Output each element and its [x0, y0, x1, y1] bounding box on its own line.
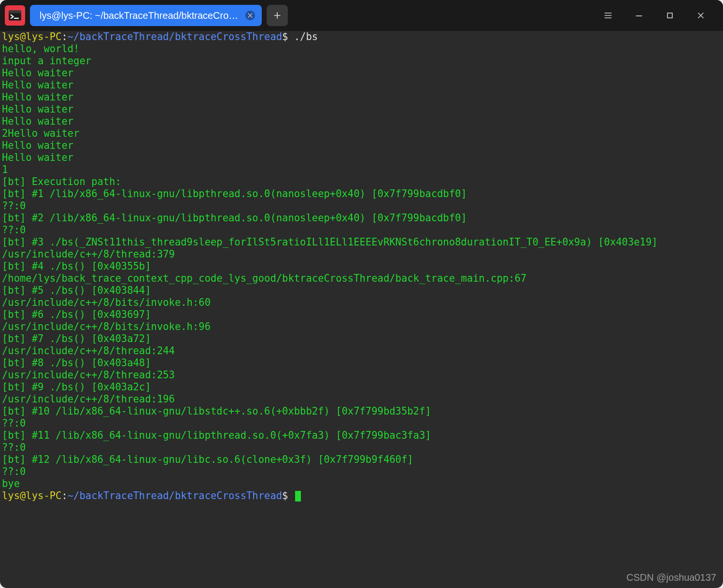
prompt-dollar: $: [282, 490, 288, 502]
menu-button[interactable]: [600, 8, 616, 23]
maximize-button[interactable]: [662, 8, 678, 23]
output-line: [bt] #7 ./bs() [0x403a72]: [2, 333, 721, 345]
close-icon: [248, 13, 253, 18]
output-line: /usr/include/c++/8/thread:379: [2, 248, 721, 260]
app-icon: [5, 5, 25, 26]
output-line: hello, world!: [2, 43, 721, 55]
tab-close-button[interactable]: [245, 11, 255, 20]
svg-rect-11: [667, 13, 672, 18]
output-line: /home/lys/back_trace_context_cpp_code_ly…: [2, 272, 721, 285]
output-line: ??:0: [2, 417, 721, 430]
output-line: [bt] #6 ./bs() [0x403697]: [2, 309, 721, 321]
terminal-body[interactable]: lys@lys-PC:~/backTraceThread/bktraceCros…: [0, 31, 723, 588]
prompt-path: ~/backTraceThread/bktraceCrossThread: [68, 31, 282, 43]
minimize-button[interactable]: [631, 8, 647, 23]
output-line: [bt] #4 ./bs() [0x40355b]: [2, 260, 721, 272]
output-line: Hello waiter: [2, 67, 721, 79]
output-line: [bt] Execution path:: [2, 176, 721, 188]
prompt-colon: :: [61, 31, 67, 43]
close-icon: [696, 11, 706, 20]
output-line: Hello waiter: [2, 103, 721, 115]
output-line: /usr/include/c++/8/thread:196: [2, 393, 721, 405]
output-line: ??:0: [2, 442, 721, 454]
output-line: Hello waiter: [2, 115, 721, 128]
output-line: 2Hello waiter: [2, 128, 721, 140]
tab-title: lys@lys-PC: ~/backTraceThread/bktraceCro…: [40, 10, 241, 21]
maximize-icon: [665, 11, 675, 20]
hamburger-icon: [603, 11, 613, 20]
output-line: bye: [2, 478, 721, 490]
output-line: [bt] #8 ./bs() [0x403a48]: [2, 357, 721, 369]
output-line: [bt] #1 /lib/x86_64-linux-gnu/libpthread…: [2, 188, 721, 200]
watermark: CSDN @joshua0137: [626, 572, 716, 583]
output-line: Hello waiter: [2, 79, 721, 91]
output-line: 1: [2, 164, 721, 176]
cursor: [295, 491, 301, 502]
tab-active[interactable]: lys@lys-PC: ~/backTraceThread/bktraceCro…: [30, 5, 262, 26]
output-line: Hello waiter: [2, 91, 721, 103]
terminal-icon: [8, 9, 22, 22]
output-line: [bt] #3 ./bs(_ZNSt11this_thread9sleep_fo…: [2, 236, 721, 248]
output-line: ??:0: [2, 224, 721, 236]
output-line: [bt] #12 /lib/x86_64-linux-gnu/libc.so.6…: [2, 454, 721, 466]
output-line: Hello waiter: [2, 152, 721, 164]
prompt-line: lys@lys-PC:~/backTraceThread/bktraceCros…: [2, 490, 721, 502]
minimize-icon: [634, 11, 644, 20]
output-line: [bt] #10 /lib/x86_64-linux-gnu/libstdc++…: [2, 405, 721, 417]
window-controls: [600, 8, 718, 23]
output-line: /usr/include/c++/8/bits/invoke.h:60: [2, 297, 721, 309]
terminal-window: lys@lys-PC: ~/backTraceThread/bktraceCro…: [0, 0, 723, 588]
output-line: Hello waiter: [2, 140, 721, 152]
prompt-user-host: lys@lys-PC: [2, 490, 61, 502]
prompt-dollar: $: [282, 31, 288, 43]
titlebar: lys@lys-PC: ~/backTraceThread/bktraceCro…: [0, 0, 723, 31]
output-line: [bt] #2 /lib/x86_64-linux-gnu/libpthread…: [2, 212, 721, 224]
prompt-colon: :: [61, 490, 67, 502]
output-line: ??:0: [2, 200, 721, 212]
output-line: input a integer: [2, 55, 721, 67]
new-tab-button[interactable]: [267, 5, 288, 26]
output-line: /usr/include/c++/8/bits/invoke.h:96: [2, 321, 721, 333]
prompt-path: ~/backTraceThread/bktraceCrossThread: [68, 490, 282, 502]
output-line: [bt] #11 /lib/x86_64-linux-gnu/libpthrea…: [2, 430, 721, 442]
output-line: /usr/include/c++/8/thread:244: [2, 345, 721, 357]
plus-icon: [272, 11, 282, 20]
output-line: ??:0: [2, 466, 721, 478]
output-line: [bt] #9 ./bs() [0x403a2c]: [2, 381, 721, 393]
svg-rect-1: [9, 11, 21, 14]
output-line: [bt] #5 ./bs() [0x403844]: [2, 285, 721, 297]
window-close-button[interactable]: [693, 8, 709, 23]
output-line: /usr/include/c++/8/thread:253: [2, 369, 721, 381]
entered-command: ./bs: [288, 31, 318, 43]
prompt-user-host: lys@lys-PC: [2, 31, 61, 43]
prompt-line: lys@lys-PC:~/backTraceThread/bktraceCros…: [2, 31, 721, 43]
